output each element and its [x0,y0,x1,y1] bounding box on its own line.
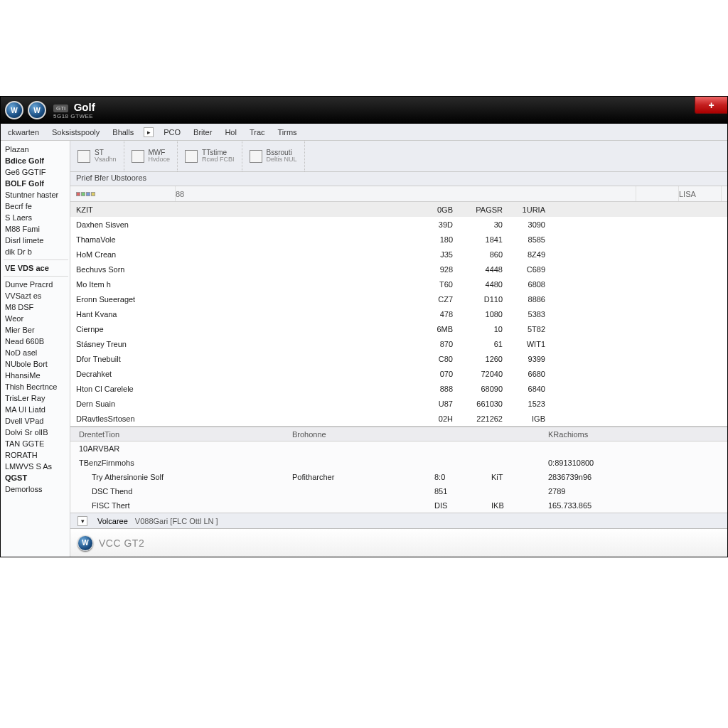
sidebar-item[interactable]: Thish Becrtnce [4,381,68,392]
table-row[interactable]: Bechuvs Sorn9284448C689 [70,262,727,277]
table-cell: 478 [176,310,460,318]
bottom-row[interactable]: FISC ThertDISIKB165.733.865 [70,498,727,513]
bottom-cell: Try Athersinonie Solf [79,473,292,481]
footer-text: VCC GT2 [99,537,144,549]
sidebar-item[interactable]: Dunve Pracrd [4,279,68,290]
toolbar-group[interactable]: TTstimeRcwd FCBI [178,141,242,171]
statusbar: ▾ Volcaree V088Gari [FLC Ottl LN ] [70,513,727,528]
sidebar-item[interactable]: S Laers [4,212,68,223]
sidebar-item[interactable]: dik Dr b [4,246,68,257]
toolbar-group[interactable]: STVsadhn [70,141,124,171]
table-cell: 39D [176,220,460,229]
table-row[interactable]: KZIT0GBPAGSR1URIA [70,202,727,217]
bottom-cell: 165.733.865 [548,501,690,510]
bottom-row[interactable]: Try Athersinonie SolfPofitharcher8:0KiT2… [70,470,727,484]
bottom-panel: DrentetTion Brohonne KRachioms 10ARVBAR … [70,426,727,513]
sidebar-item[interactable]: NoD asel [4,347,68,358]
sidebar-item[interactable]: M8 DSF [4,301,68,313]
sidebar-item[interactable]: TrisLer Ray [4,392,68,404]
sidebar-item[interactable]: VE VDS ace [4,262,68,274]
sidebar-item[interactable]: Dolvi Sr olIB [4,427,68,438]
table-row[interactable]: Hant Kvana47810805383 [70,306,727,321]
bottom-header-cell[interactable]: KRachioms [548,430,690,439]
sidebar-item[interactable]: Demorloss [4,483,68,495]
table-row[interactable]: Ciernpe6MB105T82 [70,321,727,336]
table-cell: 928 [176,265,460,274]
table-cell: HoM Crean [76,250,176,259]
menu-item[interactable]: Briter [188,126,218,139]
grid-header-cell[interactable] [76,186,176,201]
bottom-row[interactable]: DSC Thend8512789 [70,484,727,498]
bottom-cell: Pofitharcher [292,473,434,481]
menu-item[interactable]: PCO [158,126,186,139]
sidebar-item[interactable]: Becrf fe [4,200,68,212]
bottom-cell: DSC Thend [79,487,292,496]
sidebar-item[interactable]: Bdice Golf [4,155,68,166]
sidebar-item[interactable]: Dvell VPad [4,415,68,427]
menu-checkbox-icon[interactable]: ▸ [144,127,154,137]
tool-label: TTstimeRcwd FCBI [202,149,235,163]
sidebar-item[interactable]: QGST [4,472,68,483]
sidebar-item[interactable]: NUbole Bort [4,358,68,370]
app-window: W W GTI Golf 5G18 GTWEE + ckwarten Soksi… [0,96,728,557]
table-row[interactable]: Dern SuainU876610301523 [70,396,727,411]
grid-header-cell[interactable]: 88 [176,186,636,201]
table-cell: WIT1 [510,340,552,348]
table-row[interactable]: Mo Item hT6044806808 [70,277,727,291]
table-cell: 30 [460,220,510,229]
menu-item[interactable]: Soksistspooly [46,126,105,139]
toolbar-group[interactable]: MWFHvdoce [124,141,178,171]
bottom-section-row[interactable]: 10ARVBAR [70,441,727,456]
toolbar-group[interactable]: BssroutiDeltis NUL [242,141,305,171]
table-cell: 4448 [460,265,510,274]
table-row[interactable]: Eronn SueeragetCZ7D1108886 [70,291,727,306]
title-badge: GTI [53,105,68,112]
table-row[interactable]: Daxhen Sisven39D303090 [70,217,727,232]
table-cell: 9399 [510,355,552,363]
status-item[interactable]: Volcaree [97,517,128,525]
table-cell: U87 [176,400,460,408]
sidebar-item[interactable]: Disrl limete [4,235,68,246]
sidebar-item[interactable]: HhansiMe [4,370,68,381]
status-item[interactable]: V088Gari [FLC Ottl LN ] [135,517,218,525]
table-row[interactable]: ThamaVole18018418585 [70,232,727,247]
menu-item[interactable]: Tirms [272,126,303,139]
close-button[interactable]: + [695,97,727,114]
sidebar-item[interactable]: Stuntner haster [4,189,68,200]
sidebar-item[interactable]: MA UI Liatd [4,404,68,415]
menu-item[interactable]: Trac [244,126,271,139]
menu-item[interactable]: Bhalls [107,126,139,139]
tool-label: BssroutiDeltis NUL [267,149,297,163]
table-row[interactable]: Dfor TnebuiltC8012609399 [70,351,727,366]
sidebar: PlazanBdice GolfGe6 GGTIFBOLF GolfStuntn… [1,141,70,557]
sidebar-item[interactable]: VVSazt es [4,290,68,301]
menu-item[interactable]: Hol [219,126,242,139]
table-row[interactable]: Decrahket070720406680 [70,366,727,381]
table-row[interactable]: Hton Cl Carelele888680906840 [70,381,727,396]
menu-item[interactable]: ckwarten [2,126,45,139]
bottom-section-row[interactable]: TBenzFirnmohs 0:891310800 [70,456,727,470]
table-row[interactable]: Stásney Treun87061WIT1 [70,336,727,351]
sidebar-item[interactable]: RORATH [4,449,68,461]
vw-logo-icon: W [77,535,93,551]
sidebar-item[interactable]: Nead 660B [4,336,68,347]
window-title: Golf [74,101,95,113]
sidebar-item[interactable]: Weor [4,313,68,324]
sidebar-item[interactable]: Ge6 GGTIF [4,166,68,178]
table-cell: C80 [176,355,460,363]
grid-header-cell[interactable] [636,186,679,201]
sidebar-item[interactable]: LMWVS S As [4,461,68,472]
table-row[interactable]: HoM CreanJ358608Z49 [70,247,727,262]
sidebar-item[interactable]: Mier Ber [4,324,68,336]
sidebar-item[interactable]: BOLF Golf [4,178,68,189]
table-cell: CZ7 [176,295,460,304]
sidebar-item[interactable]: TAN GGTE [4,438,68,449]
status-checkbox-icon[interactable]: ▾ [77,516,87,526]
sidebar-item[interactable]: M88 Fami [4,223,68,235]
toolbar: STVsadhnMWFHvdoceTTstimeRcwd FCBIBssrout… [70,141,727,172]
grid-header-cell[interactable]: LISA [679,186,722,201]
bottom-header-cell[interactable]: Brohonne [292,430,434,439]
table-row[interactable]: DRavtlesSrtosen02H221262IGB [70,411,727,426]
sidebar-item[interactable]: Plazan [4,144,68,155]
bottom-header-cell[interactable]: DrentetTion [79,430,292,439]
